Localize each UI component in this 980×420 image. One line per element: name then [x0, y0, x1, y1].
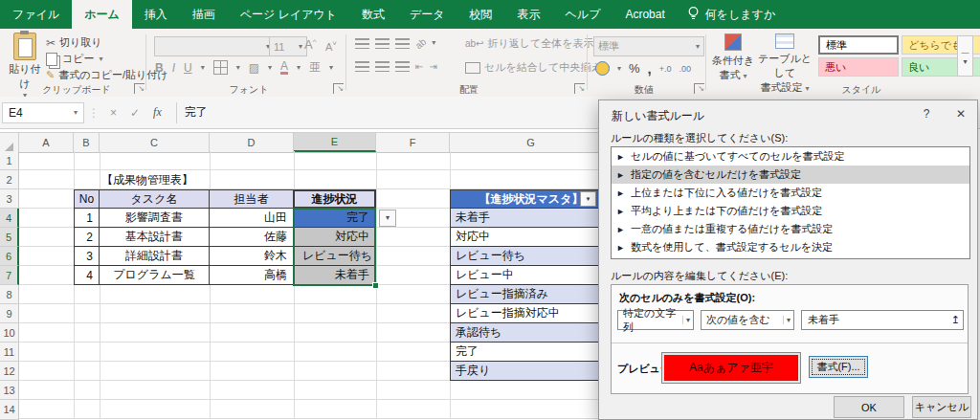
cell-b7[interactable]: 4 [75, 266, 100, 285]
number-format-combobox[interactable]: 標準▾ [593, 36, 704, 56]
cancel-button[interactable]: キャンセル [912, 396, 971, 418]
row-header-5[interactable]: 5 [0, 228, 19, 247]
underline-button[interactable]: U [184, 61, 192, 75]
column-header-a[interactable]: A [19, 133, 74, 152]
sheet-title-cell[interactable]: 【成果物管理表】 [101, 170, 255, 189]
rule-type-item[interactable]: ►セルの値に基づいてすべてのセルを書式設定 [612, 147, 969, 166]
row-header-3[interactable]: 3 [0, 189, 19, 209]
table-header-assignee[interactable]: 担当者 [210, 190, 294, 209]
increase-indent-button[interactable]: ⇥ [429, 61, 436, 72]
tell-me-search[interactable]: 何をしますか [678, 0, 785, 29]
cell-c7[interactable]: プログラム一覧 [100, 266, 210, 285]
close-icon[interactable]: ✕ [949, 104, 972, 123]
tab-home[interactable]: ホーム [72, 0, 132, 29]
rule-type-item[interactable]: ►数式を使用して、書式設定するセルを決定 [612, 238, 969, 256]
column-header-e-selected[interactable]: E [294, 133, 376, 152]
font-size-combobox[interactable]: 11▾ [269, 36, 307, 56]
tab-data[interactable]: データ [397, 0, 457, 29]
master-item[interactable]: 手戻り [450, 362, 612, 381]
borders-button[interactable] [213, 60, 228, 75]
cell-e5[interactable]: 対応中 [294, 228, 376, 247]
cell-style-normal[interactable]: 標準 [818, 35, 899, 55]
table-header-task[interactable]: タスク名 [100, 190, 210, 209]
row-header-7[interactable]: 7 [0, 266, 19, 285]
row-header-2[interactable]: 2 [0, 170, 19, 189]
formula-bar-splitter[interactable]: ⋮ [84, 106, 103, 120]
tab-review[interactable]: 校閲 [457, 0, 505, 29]
select-all-corner[interactable] [0, 133, 19, 152]
fill-handle[interactable] [372, 282, 379, 289]
increase-font-size-button[interactable]: A^ [304, 37, 316, 52]
cut-button[interactable]: ✂ 切り取り [46, 35, 102, 50]
row-header-6[interactable]: 6 [0, 247, 19, 266]
decrease-decimal-button[interactable]: .00 [679, 64, 692, 74]
accounting-format-icon[interactable] [595, 61, 610, 76]
rule-type-item[interactable]: ►上位または下位に入る値だけを書式設定 [612, 184, 969, 202]
filter-dropdown-icon[interactable]: ▾ [580, 191, 596, 207]
decrease-font-size-button[interactable]: A˅ [325, 39, 337, 53]
condition-type-combobox[interactable]: 特定の文字列▾ [617, 310, 694, 330]
format-button[interactable]: 書式(F)... [809, 356, 868, 378]
row-header-14[interactable]: 14 [0, 400, 19, 420]
column-header-g[interactable]: G [450, 133, 612, 152]
rule-type-item[interactable]: ►一意の値または重複する値だけを書式設定 [612, 220, 969, 238]
cell-c4[interactable]: 影響調査書 [100, 209, 210, 228]
tab-help[interactable]: ヘルプ [553, 0, 613, 29]
align-left-button[interactable] [355, 61, 369, 72]
help-button[interactable]: ? [915, 104, 938, 123]
range-picker-icon[interactable]: ↥ [951, 314, 960, 326]
master-item[interactable]: レビュー中 [450, 266, 612, 285]
tab-insert[interactable]: 挿入 [132, 0, 180, 29]
cell-c6[interactable]: 詳細設計書 [100, 247, 210, 266]
cell-d6[interactable]: 鈴木 [210, 247, 294, 266]
cell-b4[interactable]: 1 [75, 209, 100, 228]
column-header-c[interactable]: C [100, 133, 210, 152]
align-top-button[interactable] [355, 38, 369, 49]
condition-value-input[interactable]: 未着手 ↥ [801, 310, 964, 330]
font-color-button[interactable]: A [280, 61, 288, 75]
format-as-table-button[interactable]: テーブルとして 書式設定 ▾ [757, 33, 813, 95]
master-item[interactable]: 完了 [450, 343, 612, 362]
rule-type-item-selected[interactable]: ►指定の値を含むセルだけを書式設定 [612, 166, 969, 184]
row-header-13[interactable]: 13 [0, 381, 19, 400]
master-item[interactable]: レビュー待ち [450, 247, 612, 266]
tab-page-layout[interactable]: ページ レイアウト [228, 0, 349, 29]
column-header-d[interactable]: D [210, 133, 294, 152]
row-header-12[interactable]: 12 [0, 362, 19, 381]
fill-color-button[interactable]: ▨ [249, 61, 259, 75]
italic-button[interactable]: I [172, 61, 175, 75]
comma-style-button[interactable]: , [648, 60, 652, 77]
bold-button[interactable]: B [155, 61, 164, 75]
tab-view[interactable]: 表示 [505, 0, 553, 29]
cell-d4[interactable]: 山田 [210, 209, 294, 228]
name-box[interactable]: E4 ▾ [2, 102, 84, 123]
row-header-8[interactable]: 8 [0, 285, 19, 304]
increase-decimal-button[interactable]: +.0 [659, 64, 672, 74]
row-header-10[interactable]: 10 [0, 323, 19, 343]
orientation-button[interactable]: ab [413, 36, 429, 52]
insert-function-icon[interactable]: fx [146, 105, 168, 120]
row-header-11[interactable]: 11 [0, 343, 19, 362]
ok-button[interactable]: OK [834, 396, 904, 418]
cell-d7[interactable]: 高橋 [210, 266, 294, 285]
column-header-b[interactable]: B [74, 133, 100, 152]
cell-c5[interactable]: 基本設計書 [100, 228, 210, 247]
cell-e4-active[interactable]: 完了 [294, 209, 376, 228]
table-header-no[interactable]: No [75, 190, 100, 209]
row-header-4[interactable]: 4 [0, 209, 19, 228]
cell-style-bad[interactable]: 悪い [818, 57, 899, 77]
tab-formulas[interactable]: 数式 [349, 0, 397, 29]
tab-acrobat[interactable]: Acrobat [612, 0, 677, 29]
cell-d5[interactable]: 佐藤 [210, 228, 294, 247]
cell-b5[interactable]: 2 [75, 228, 100, 247]
cell-e6[interactable]: レビュー待ち [294, 247, 376, 266]
master-item[interactable]: レビュー指摘済み [450, 285, 612, 304]
phonetic-guide-button[interactable]: 亜 [309, 59, 321, 76]
align-center-button[interactable] [375, 61, 390, 72]
rule-type-item[interactable]: ►平均より上または下の値だけを書式設定 [612, 202, 969, 220]
row-header-9[interactable]: 9 [0, 304, 19, 323]
font-name-combobox[interactable]: ▾ [154, 36, 275, 56]
format-painter-button[interactable]: ✎ 書式のコピー/貼り付け [46, 68, 168, 82]
row-header-1[interactable]: 1 [0, 151, 19, 170]
alignment-dialog-launcher[interactable]: ↘ [574, 83, 585, 94]
